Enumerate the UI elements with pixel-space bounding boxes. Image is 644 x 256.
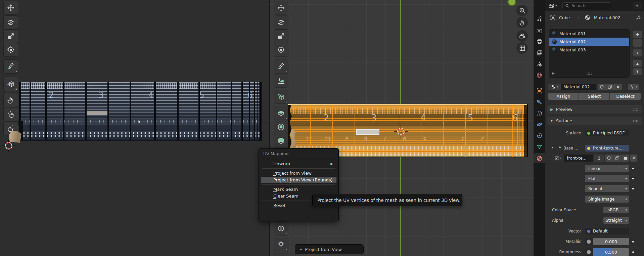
image-users-count[interactable]: 2 — [594, 155, 604, 162]
bevel-tool-button[interactable] — [274, 134, 288, 147]
uv-editor[interactable]: 23456 — [0, 0, 269, 256]
unlink-material-button[interactable]: ✕ — [614, 84, 622, 90]
uv-unwrapped-mesh[interactable]: 23456 — [19, 82, 261, 140]
relax-tool-button[interactable] — [4, 108, 18, 121]
metallic-socket-button[interactable] — [585, 238, 593, 245]
zoom-button[interactable] — [516, 5, 528, 16]
keyframe-dot[interactable] — [632, 178, 634, 179]
copy-image-button[interactable] — [613, 155, 621, 162]
loopcut-tool-button[interactable] — [274, 222, 288, 235]
scale-tool-button[interactable] — [274, 30, 288, 43]
material-slot-material.001[interactable]: Material.001 — [549, 30, 629, 38]
shear-tool-button[interactable] — [274, 252, 288, 256]
browse-image-button[interactable]: ▾ — [552, 155, 564, 162]
remove-material-slot-button[interactable]: − — [633, 39, 642, 47]
tab-tool[interactable] — [534, 14, 545, 24]
base-color-input-button[interactable]: front-texture.... — [585, 145, 629, 152]
breadcrumb-object[interactable]: Cube — [559, 15, 570, 20]
tab-viewlayer[interactable] — [534, 48, 545, 58]
deselect-button[interactable]: Deselect — [610, 93, 641, 100]
material-slot-material.002[interactable]: Material.002 — [549, 38, 629, 46]
list-resize-grip[interactable] — [586, 72, 592, 75]
toggle-ortho-button[interactable] — [516, 42, 528, 54]
material-slot-material.003[interactable]: Material.003 — [549, 46, 629, 54]
menu-item-project-from-view[interactable]: Project from View — [261, 170, 336, 176]
search-input[interactable]: Search — [562, 2, 611, 9]
browse-material-button[interactable]: ▾ — [548, 84, 561, 90]
move-slot-up-button[interactable]: ▲ — [633, 60, 642, 67]
roughness-socket-button[interactable] — [585, 248, 593, 256]
surface-panel-header[interactable]: ▾ Surface — [547, 117, 642, 125]
operator-panel[interactable]: ▸ Project from View — [295, 245, 363, 254]
tab-modifier[interactable] — [534, 97, 545, 107]
panel-drag-grip[interactable] — [633, 120, 639, 122]
tab-object[interactable] — [534, 86, 545, 96]
tab-physics[interactable] — [534, 119, 545, 129]
move-tool-button[interactable] — [4, 1, 18, 14]
panel-drag-grip[interactable] — [633, 108, 639, 111]
surface-shader-button[interactable]: Principled BSDF — [585, 130, 629, 136]
menu-item-unwrap[interactable]: Unwrap▶ — [261, 161, 336, 167]
grab-tool-button[interactable] — [4, 93, 18, 107]
uv-2d-cursor[interactable] — [1, 138, 16, 153]
vector-input-button[interactable]: Default — [585, 228, 629, 234]
3d-cursor[interactable] — [394, 124, 408, 139]
metallic-slider[interactable]: 0.000 — [593, 238, 629, 245]
copy-material-button[interactable] — [606, 84, 614, 90]
extension-dropdown[interactable]: Repeat▾ — [585, 185, 629, 192]
preview-panel-header[interactable]: ▶ Preview — [547, 105, 642, 114]
tab-constraint[interactable] — [534, 130, 545, 140]
scale-tool-button[interactable] — [4, 30, 18, 43]
navigation-gizmo[interactable] — [507, 0, 516, 6]
image-name-field[interactable]: front-te... — [564, 155, 593, 162]
source-dropdown[interactable]: Single Image▾ — [585, 196, 629, 203]
image-fake-user-button[interactable] — [605, 155, 613, 162]
pin-icon[interactable] — [635, 14, 641, 20]
shrink-fatten-tool-button[interactable] — [274, 237, 288, 251]
tab-world[interactable] — [534, 70, 545, 80]
material-specials-button[interactable]: ▾ — [633, 49, 642, 56]
keyframe-dot[interactable] — [632, 251, 634, 253]
editor-type-button[interactable]: ▾ — [547, 2, 561, 9]
annotate-tool-button[interactable] — [274, 60, 288, 73]
rotate-tool-button[interactable] — [4, 16, 18, 29]
keyframe-dot[interactable] — [632, 188, 634, 189]
add-cube-tool-button[interactable] — [4, 77, 18, 91]
assign-button[interactable]: Assign — [548, 93, 579, 100]
annotate-tool-button[interactable] — [4, 60, 18, 73]
tab-scene[interactable] — [534, 59, 545, 69]
color-space-dropdown[interactable]: sRGB▾ — [603, 207, 629, 213]
list-expand-icon[interactable]: ▶ — [552, 72, 555, 75]
menu-item-mark-seam[interactable]: Mark Seam — [261, 186, 336, 193]
material-name-field[interactable]: Material.002 — [561, 84, 596, 90]
select-button[interactable]: Select — [579, 93, 609, 100]
tab-particles[interactable] — [534, 108, 545, 118]
measure-tool-button[interactable] — [274, 74, 288, 87]
tab-data[interactable] — [534, 142, 545, 152]
keyframe-dot[interactable] — [632, 241, 634, 243]
nodetree-button[interactable]: ▾ — [628, 84, 639, 90]
breadcrumb-material[interactable]: Material.002 — [594, 15, 620, 20]
add-cube-green-button[interactable] — [274, 90, 288, 103]
transform-tool-button[interactable] — [4, 43, 18, 56]
expand-arrow-icon[interactable]: ▸ — [300, 247, 302, 252]
tab-output[interactable] — [534, 37, 545, 47]
move-slot-down-button[interactable]: ▼ — [633, 68, 642, 75]
fake-user-shield-button[interactable] — [598, 84, 606, 90]
inset-tool-button[interactable] — [274, 120, 288, 134]
unlink-image-button[interactable]: ✕ — [630, 155, 637, 162]
camera-view-button[interactable] — [516, 30, 528, 42]
move-tool-button[interactable] — [274, 1, 288, 14]
tab-render[interactable] — [534, 26, 545, 36]
interpolation-dropdown[interactable]: Linear▾ — [585, 165, 629, 172]
menu-item-project-from-view-bounds-[interactable]: Project from View (Bounds) — [261, 177, 336, 183]
add-material-slot-button[interactable]: + — [633, 31, 642, 38]
roughness-slider[interactable]: 0.500 — [593, 248, 629, 256]
chevron-down-icon[interactable]: ▾ — [552, 146, 553, 149]
keyframe-dot[interactable] — [632, 168, 634, 169]
alpha-dropdown[interactable]: Straight▾ — [603, 217, 629, 224]
header-options-button[interactable]: ▾ — [633, 2, 642, 9]
transform-tool-button[interactable] — [274, 43, 288, 56]
extrude-tool-button[interactable] — [274, 106, 288, 120]
tab-material[interactable] — [534, 153, 545, 163]
